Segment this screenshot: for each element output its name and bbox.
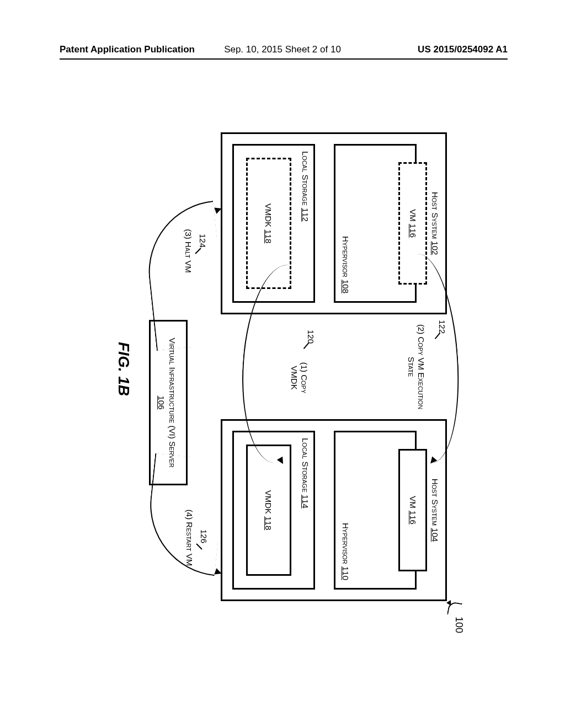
local-storage-dest-text: Local Storage [301,438,310,493]
vmdk-source-text: VMDK [264,204,273,227]
vi-server-ref: 106 [157,395,166,409]
local-storage-source-ref: 112 [301,208,310,222]
vm-dest: VM 116 [398,449,427,571]
host-dest-title-text: Host System [430,479,440,526]
hypervisor-source-ref: 108 [341,280,350,293]
host-dest-title-ref: 104 [430,528,440,542]
vm-dest-text: VM [408,496,418,508]
local-storage-dest-ref: 114 [301,495,310,508]
hypervisor-dest: Hypervisor 110 VM 116 [334,431,417,590]
ref-100: 100 [453,617,465,633]
label-copy-vmdk: (1) Copy VMDK [289,350,309,405]
ref-124: 124 [198,234,207,248]
figure-1b: 100 Host System 102 Hypervisor 108 VM 11… [6,188,557,563]
page: Patent Application Publication Sep. 10, … [0,0,565,728]
vmdk-dest-text: VMDK [264,490,273,514]
vm-source-text: VM [408,209,418,222]
local-storage-dest-label: Local Storage 114 [301,438,310,508]
ref-120: 120 [306,330,316,344]
header-rule [60,58,508,60]
local-storage-source-text: Local Storage [301,151,310,206]
label-restart-vm: (4) Restart VM [184,496,194,579]
hypervisor-dest-ref: 110 [341,566,350,580]
vm-dest-ref: 116 [408,511,418,524]
header-pub-number: US 2015/0254092 A1 [418,44,508,55]
hypervisor-dest-text: Hypervisor [341,523,350,564]
hypervisor-dest-label: Hypervisor 110 [341,523,350,580]
vi-server-text: Virtual Infrastructure (VI) Server [168,338,177,467]
ref-122: 122 [437,320,447,334]
ref-100-arrowhead [446,600,451,606]
figure-canvas: 100 Host System 102 Hypervisor 108 VM 11… [94,99,469,651]
label-halt-vm: (3) Halt VM [183,215,193,287]
local-storage-source-label: Local Storage 112 [301,151,310,222]
vm-source-ref: 116 [408,224,418,238]
figure-label: FIG. 1B [115,342,132,396]
hypervisor-source-text: Hypervisor [341,236,350,277]
vmdk-source-ref: 118 [264,229,273,243]
ref-126: 126 [199,529,209,543]
host-source-title-ref: 102 [430,241,440,255]
label-copy-vm-state: (2) Copy VM Execution State [406,320,426,414]
hypervisor-source-label: Hypervisor 108 [341,236,350,293]
host-source-title-text: Host System [430,192,440,239]
vmdk-dest-ref: 118 [264,516,273,530]
vmdk-dest: VMDK 118 [246,445,291,576]
